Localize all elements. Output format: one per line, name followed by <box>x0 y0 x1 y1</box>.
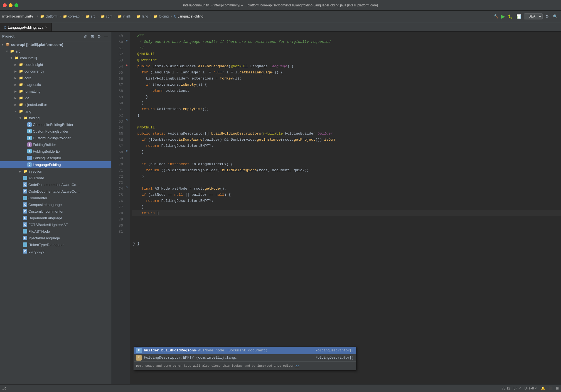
tab-languagefolding[interactable]: C LanguageFolding.java ✕ <box>0 23 52 31</box>
interface-badge: I <box>27 136 32 140</box>
breadcrumb-src[interactable]: 📁 src <box>86 14 95 18</box>
cursor-position[interactable]: 78:12 <box>502 386 510 390</box>
breadcrumb-core-api[interactable]: 📁 core-api <box>63 14 80 18</box>
tree-item-CustomFoldingProvider[interactable]: I CustomFoldingProvider <box>0 135 111 141</box>
folder-icon: 📁 <box>118 14 122 18</box>
maximize-button[interactable] <box>14 3 18 7</box>
fold-marker-69[interactable]: ⊟ <box>126 148 127 154</box>
autocomplete-popup[interactable]: C builder.buildFoldRegions(ASTNode node,… <box>134 347 356 370</box>
tree-item-com-intellij[interactable]: ▼ 📁 com.intellij <box>0 54 111 61</box>
code-line-52: @NotNull <box>132 51 561 57</box>
fold-marker-50[interactable]: ⊟ <box>126 38 127 44</box>
code-line-59: } <box>132 94 561 100</box>
breadcrumb-folding[interactable]: 📁 folding <box>154 14 169 18</box>
tree-item-FCTSBackedLighterAST[interactable]: C FCTSBackedLighterAST <box>0 221 111 228</box>
settings-button[interactable]: ⚙ <box>544 13 550 20</box>
tree-item-ide[interactable]: ▶ 📁 ide <box>0 95 111 101</box>
code-line-50: * Only queries base language results if … <box>132 39 561 45</box>
code-line-67: return FoldingDescriptor.EMPTY; <box>132 143 561 149</box>
class-badge: C <box>23 216 27 220</box>
ac-return-type: FoldingDescriptor[] <box>316 348 354 354</box>
tree-arrow: ▶ <box>14 63 18 66</box>
tree-item-folding[interactable]: ▼ 📁 folding <box>0 115 111 121</box>
sidebar-locate-button[interactable]: ◎ <box>83 34 88 39</box>
ac-item-foldingdescriptor-empty[interactable]: f FoldingDescriptor.EMPTY (com.intellij.… <box>134 354 356 361</box>
breadcrumb-languagefolding[interactable]: C LanguageFolding <box>174 14 203 18</box>
tree-item-FoldingBuilder[interactable]: I FoldingBuilder <box>0 141 111 148</box>
tab-close-button[interactable]: ✕ <box>45 26 48 29</box>
tree-item-DependentLanguage[interactable]: C DependentLanguage <box>0 215 111 221</box>
code-line-73 <box>132 180 561 186</box>
run-config-dropdown[interactable]: IDEA <box>524 13 543 19</box>
encoding[interactable]: UTF-8 ✓ <box>525 386 538 390</box>
sidebar-settings-button[interactable]: ⚙ <box>97 34 102 39</box>
code-line-49: /** <box>132 33 561 39</box>
tree-item-core[interactable]: ▶ 📁 core <box>0 75 111 81</box>
minimize-button[interactable] <box>9 3 13 7</box>
tree-item-Language[interactable]: C Language <box>0 248 111 255</box>
tree-item-formatting[interactable]: ▶ 📁 formatting <box>0 88 111 95</box>
tree-item-FoldingBuilderEx[interactable]: I FoldingBuilderEx <box>0 148 111 155</box>
tree-item-CustomFoldingBuilder[interactable]: I CustomFoldingBuilder <box>0 128 111 135</box>
coverage-button[interactable]: 📊 <box>515 13 522 20</box>
code-line-68: } <box>132 149 561 155</box>
ac-hint-link[interactable]: >> <box>295 363 299 369</box>
ac-item-buildfoldregions[interactable]: C builder.buildFoldRegions(ASTNode node,… <box>134 347 356 354</box>
interface-badge: I <box>27 149 32 153</box>
code-line-60: } <box>132 100 561 106</box>
tree-item-diagnostic[interactable]: ▶ 📁 diagnostic <box>0 81 111 88</box>
window-title: intellij-community [~/intellij-community… <box>3 3 558 7</box>
class-icon: C <box>174 14 176 18</box>
tree-arrow: ▼ <box>1 43 5 46</box>
field-icon: f <box>136 355 142 361</box>
sidebar-hide-button[interactable]: — <box>104 34 109 39</box>
tree-item-ITokenTypeRemapper[interactable]: I ITokenTypeRemapper <box>0 241 111 248</box>
fold-marker-65[interactable]: ⊟ <box>126 117 127 123</box>
tree-item-InjectableLanguage[interactable]: C InjectableLanguage <box>0 235 111 241</box>
tree-item-CompositeFoldingBuilder[interactable]: C CompositeFoldingBuilder <box>0 121 111 128</box>
run-button[interactable]: ▶ <box>501 13 505 19</box>
code-line-69 <box>132 155 561 161</box>
tree-arrow: ▶ <box>14 96 18 100</box>
breadcrumb-intellij[interactable]: 📁 intellij <box>118 14 131 18</box>
tree-item-CodeDocumentationAwareCo1[interactable]: C CodeDocumentationAwareCo… <box>0 181 111 188</box>
tree-item-codeinsight[interactable]: ▶ 📁 codeInsight <box>0 61 111 68</box>
fold-marker-74[interactable]: ⊟ <box>126 185 127 191</box>
tree-item-CustomUncommenter[interactable]: C CustomUncommenter <box>0 208 111 215</box>
breadcrumb-platform[interactable]: 📁 platform <box>40 14 57 18</box>
tree-arrow: ▶ <box>14 76 18 80</box>
sidebar-collapse-button[interactable]: ⊟ <box>90 34 95 39</box>
status-right: 78:12 LF ✓ UTF-8 ✓ 🔔 ⬛ ⊞ <box>502 386 559 390</box>
debug-button[interactable]: 🐛 <box>507 13 514 20</box>
breadcrumb-lang[interactable]: 📁 lang <box>137 14 148 18</box>
autocomplete-hint: Dot, space and some other keys will also… <box>134 361 356 370</box>
tree-item-ASTNode[interactable]: I ASTNode <box>0 175 111 181</box>
search-everywhere-button[interactable]: 🔍 <box>552 13 559 20</box>
tree-item-FoldingDescriptor[interactable]: C FoldingDescriptor <box>0 155 111 161</box>
close-button[interactable] <box>3 3 7 7</box>
breadcrumb-com[interactable]: 📁 com <box>101 14 112 18</box>
ac-hint-text: Dot, space and some other keys will also… <box>136 363 294 369</box>
hammer-button[interactable]: 🔨 <box>493 13 500 20</box>
tree-item-CompositeLanguage[interactable]: C CompositeLanguage <box>0 201 111 208</box>
tree-item-src[interactable]: ▼ 📁 src <box>0 48 111 54</box>
tree-item-lang[interactable]: ▼ 📁 lang <box>0 108 111 115</box>
code-body[interactable]: /** * Only queries base language results… <box>130 32 561 384</box>
tree-item-concurrency[interactable]: ▶ 📁 concurrency <box>0 68 111 75</box>
editor-area[interactable]: 49 50 51 52 53 54 55 56 57 58 59 60 61 6… <box>111 32 561 384</box>
breakpoint-marker[interactable]: ● <box>126 62 128 68</box>
tree-item-core-api[interactable]: ▼ 📦 core-api [intellij.platform.core] <box>0 41 111 48</box>
module-icon: 📦 <box>5 42 10 47</box>
tree-item-Commenter[interactable]: I Commenter <box>0 195 111 201</box>
tree-item-CodeDocumentationAwareCo2[interactable]: C CodeDocumentationAwareCo… <box>0 188 111 195</box>
tree-item-LanguageFolding[interactable]: C LanguageFolding <box>0 161 111 168</box>
window-controls[interactable] <box>3 3 18 7</box>
tree-item-injection[interactable]: ▶ 📁 injection <box>0 168 111 175</box>
project-brand[interactable]: intellij-community <box>2 14 33 18</box>
tree-item-injected-editor[interactable]: ▶ 📁 injected.editor <box>0 101 111 108</box>
git-icon: ⎇ <box>2 386 6 390</box>
code-line-64: @NotNull <box>132 125 561 131</box>
line-ending[interactable]: LF ✓ <box>513 386 521 390</box>
tree-item-FileASTNode[interactable]: I FileASTNode <box>0 228 111 235</box>
code-gutter: ● ⊟ ⊟ ⊟ ⊟ <box>125 32 130 384</box>
